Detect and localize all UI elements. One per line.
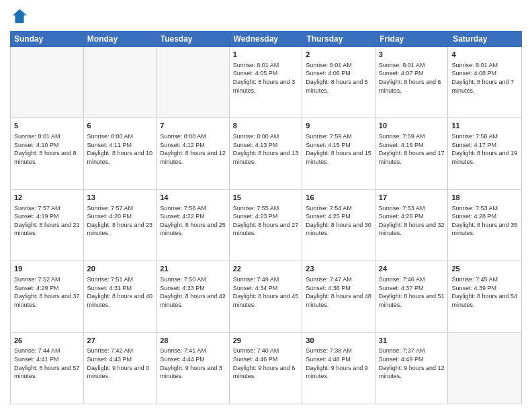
cell-info: Sunrise: 8:00 AM Sunset: 4:11 PM Dayligh… bbox=[87, 132, 153, 166]
day-number: 28 bbox=[160, 336, 226, 346]
calendar-week-row: 12Sunrise: 7:57 AM Sunset: 4:19 PM Dayli… bbox=[11, 190, 521, 261]
calendar-cell: 30Sunrise: 7:38 AM Sunset: 4:48 PM Dayli… bbox=[302, 333, 375, 404]
day-number: 22 bbox=[233, 264, 299, 274]
calendar-cell: 2Sunrise: 8:01 AM Sunset: 4:06 PM Daylig… bbox=[302, 47, 375, 118]
day-number: 6 bbox=[87, 121, 153, 131]
cell-info: Sunrise: 7:59 AM Sunset: 4:16 PM Dayligh… bbox=[379, 132, 445, 166]
cell-info: Sunrise: 7:40 AM Sunset: 4:46 PM Dayligh… bbox=[233, 347, 299, 380]
calendar-body: 1Sunrise: 8:01 AM Sunset: 4:05 PM Daylig… bbox=[10, 47, 522, 404]
cell-info: Sunrise: 7:55 AM Sunset: 4:23 PM Dayligh… bbox=[233, 204, 299, 238]
calendar-cell: 20Sunrise: 7:51 AM Sunset: 4:31 PM Dayli… bbox=[84, 261, 157, 332]
day-number: 25 bbox=[451, 264, 518, 274]
weekday-header: Sunday bbox=[10, 31, 83, 47]
day-number: 5 bbox=[14, 121, 80, 131]
page-header bbox=[10, 7, 522, 26]
calendar-cell: 25Sunrise: 7:45 AM Sunset: 4:39 PM Dayli… bbox=[448, 261, 521, 332]
calendar-cell: 17Sunrise: 7:53 AM Sunset: 4:26 PM Dayli… bbox=[375, 190, 449, 261]
calendar-week-row: 19Sunrise: 7:52 AM Sunset: 4:29 PM Dayli… bbox=[11, 261, 521, 332]
calendar-cell bbox=[157, 47, 230, 118]
calendar-cell: 24Sunrise: 7:46 AM Sunset: 4:37 PM Dayli… bbox=[375, 261, 449, 332]
weekday-header: Friday bbox=[375, 31, 449, 47]
day-number: 1 bbox=[233, 50, 299, 60]
calendar-week-row: 5Sunrise: 8:01 AM Sunset: 4:10 PM Daylig… bbox=[11, 118, 521, 189]
cell-info: Sunrise: 7:53 AM Sunset: 4:26 PM Dayligh… bbox=[379, 204, 445, 238]
calendar-cell: 19Sunrise: 7:52 AM Sunset: 4:29 PM Dayli… bbox=[11, 261, 84, 332]
calendar-cell: 31Sunrise: 7:37 AM Sunset: 4:49 PM Dayli… bbox=[375, 333, 449, 404]
day-number: 16 bbox=[306, 193, 371, 203]
calendar-cell: 5Sunrise: 8:01 AM Sunset: 4:10 PM Daylig… bbox=[11, 118, 84, 189]
day-number: 17 bbox=[379, 193, 445, 203]
cell-info: Sunrise: 7:51 AM Sunset: 4:31 PM Dayligh… bbox=[87, 275, 153, 309]
cell-info: Sunrise: 7:57 AM Sunset: 4:20 PM Dayligh… bbox=[87, 204, 153, 238]
cell-info: Sunrise: 7:37 AM Sunset: 4:49 PM Dayligh… bbox=[379, 347, 445, 380]
calendar-cell: 27Sunrise: 7:42 AM Sunset: 4:43 PM Dayli… bbox=[84, 333, 157, 404]
cell-info: Sunrise: 7:50 AM Sunset: 4:33 PM Dayligh… bbox=[160, 275, 226, 309]
calendar-cell bbox=[84, 47, 157, 118]
svg-marker-0 bbox=[13, 9, 27, 24]
cell-info: Sunrise: 7:57 AM Sunset: 4:19 PM Dayligh… bbox=[14, 204, 80, 238]
cell-info: Sunrise: 7:41 AM Sunset: 4:44 PM Dayligh… bbox=[160, 347, 226, 380]
calendar-cell: 6Sunrise: 8:00 AM Sunset: 4:11 PM Daylig… bbox=[84, 118, 157, 189]
calendar-cell: 22Sunrise: 7:49 AM Sunset: 4:34 PM Dayli… bbox=[230, 261, 303, 332]
cell-info: Sunrise: 7:54 AM Sunset: 4:25 PM Dayligh… bbox=[306, 204, 371, 238]
calendar-cell: 9Sunrise: 7:59 AM Sunset: 4:15 PM Daylig… bbox=[302, 118, 375, 189]
calendar-cell: 15Sunrise: 7:55 AM Sunset: 4:23 PM Dayli… bbox=[230, 190, 303, 261]
cell-info: Sunrise: 7:53 AM Sunset: 4:28 PM Dayligh… bbox=[451, 204, 518, 238]
day-number: 20 bbox=[87, 264, 153, 274]
day-number: 29 bbox=[233, 336, 299, 346]
calendar-cell: 29Sunrise: 7:40 AM Sunset: 4:46 PM Dayli… bbox=[230, 333, 303, 404]
day-number: 24 bbox=[379, 264, 445, 274]
day-number: 27 bbox=[87, 336, 153, 346]
weekday-header: Tuesday bbox=[157, 31, 230, 47]
calendar: SundayMondayTuesdayWednesdayThursdayFrid… bbox=[10, 31, 522, 404]
day-number: 8 bbox=[233, 121, 299, 131]
day-number: 9 bbox=[306, 121, 371, 131]
calendar-cell: 3Sunrise: 8:01 AM Sunset: 4:07 PM Daylig… bbox=[375, 47, 449, 118]
cell-info: Sunrise: 7:56 AM Sunset: 4:22 PM Dayligh… bbox=[160, 204, 226, 238]
day-number: 18 bbox=[451, 193, 518, 203]
cell-info: Sunrise: 7:47 AM Sunset: 4:36 PM Dayligh… bbox=[306, 275, 371, 309]
calendar-cell: 14Sunrise: 7:56 AM Sunset: 4:22 PM Dayli… bbox=[157, 190, 230, 261]
cell-info: Sunrise: 8:01 AM Sunset: 4:10 PM Dayligh… bbox=[14, 132, 80, 166]
day-number: 3 bbox=[379, 50, 445, 60]
cell-info: Sunrise: 8:01 AM Sunset: 4:07 PM Dayligh… bbox=[379, 61, 445, 95]
calendar-cell: 16Sunrise: 7:54 AM Sunset: 4:25 PM Dayli… bbox=[302, 190, 375, 261]
calendar-cell: 26Sunrise: 7:44 AM Sunset: 4:41 PM Dayli… bbox=[11, 333, 84, 404]
day-number: 31 bbox=[379, 336, 445, 346]
weekday-header: Wednesday bbox=[230, 31, 303, 47]
cell-info: Sunrise: 7:44 AM Sunset: 4:41 PM Dayligh… bbox=[14, 347, 80, 380]
day-number: 11 bbox=[451, 121, 518, 131]
day-number: 10 bbox=[379, 121, 445, 131]
calendar-cell: 10Sunrise: 7:59 AM Sunset: 4:16 PM Dayli… bbox=[375, 118, 449, 189]
weekday-header: Saturday bbox=[449, 31, 522, 47]
cell-info: Sunrise: 8:01 AM Sunset: 4:05 PM Dayligh… bbox=[233, 61, 299, 95]
day-number: 13 bbox=[87, 193, 153, 203]
calendar-cell bbox=[11, 47, 84, 118]
cell-info: Sunrise: 8:00 AM Sunset: 4:13 PM Dayligh… bbox=[233, 132, 299, 166]
cell-info: Sunrise: 8:01 AM Sunset: 4:06 PM Dayligh… bbox=[306, 61, 371, 95]
calendar-cell: 13Sunrise: 7:57 AM Sunset: 4:20 PM Dayli… bbox=[84, 190, 157, 261]
day-number: 15 bbox=[233, 193, 299, 203]
calendar-cell: 4Sunrise: 8:01 AM Sunset: 4:08 PM Daylig… bbox=[448, 47, 521, 118]
day-number: 2 bbox=[306, 50, 371, 60]
cell-info: Sunrise: 7:46 AM Sunset: 4:37 PM Dayligh… bbox=[379, 275, 445, 309]
day-number: 4 bbox=[451, 50, 518, 60]
cell-info: Sunrise: 8:00 AM Sunset: 4:12 PM Dayligh… bbox=[160, 132, 226, 166]
calendar-cell: 23Sunrise: 7:47 AM Sunset: 4:36 PM Dayli… bbox=[302, 261, 375, 332]
calendar-week-row: 1Sunrise: 8:01 AM Sunset: 4:05 PM Daylig… bbox=[11, 47, 521, 118]
day-number: 12 bbox=[14, 193, 80, 203]
day-number: 14 bbox=[160, 193, 226, 203]
cell-info: Sunrise: 8:01 AM Sunset: 4:08 PM Dayligh… bbox=[451, 61, 518, 95]
cell-info: Sunrise: 7:38 AM Sunset: 4:48 PM Dayligh… bbox=[306, 347, 371, 380]
calendar-cell: 18Sunrise: 7:53 AM Sunset: 4:28 PM Dayli… bbox=[448, 190, 521, 261]
day-number: 23 bbox=[306, 264, 371, 274]
cell-info: Sunrise: 7:58 AM Sunset: 4:17 PM Dayligh… bbox=[451, 132, 518, 166]
calendar-week-row: 26Sunrise: 7:44 AM Sunset: 4:41 PM Dayli… bbox=[11, 333, 521, 404]
logo bbox=[10, 7, 32, 26]
day-number: 19 bbox=[14, 264, 80, 274]
calendar-header: SundayMondayTuesdayWednesdayThursdayFrid… bbox=[10, 31, 522, 47]
day-number: 21 bbox=[160, 264, 226, 274]
calendar-cell: 11Sunrise: 7:58 AM Sunset: 4:17 PM Dayli… bbox=[448, 118, 521, 189]
day-number: 30 bbox=[306, 336, 371, 346]
calendar-cell: 28Sunrise: 7:41 AM Sunset: 4:44 PM Dayli… bbox=[157, 333, 230, 404]
